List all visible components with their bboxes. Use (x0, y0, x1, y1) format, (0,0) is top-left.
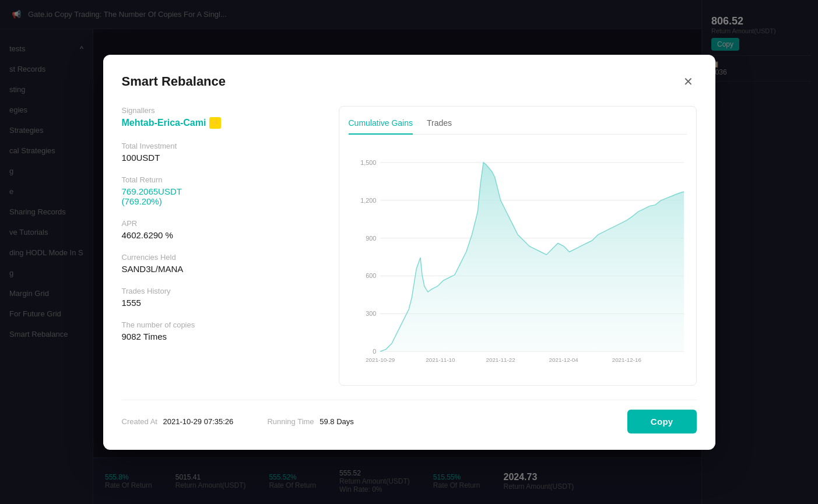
total-return-value: 769.2065USDT (769.20%) (122, 186, 320, 206)
lightning-icon: ⚡ (209, 117, 221, 129)
created-at-value: 2021-10-29 07:35:26 (163, 417, 234, 426)
svg-text:2021-10-29: 2021-10-29 (366, 356, 395, 362)
svg-text:300: 300 (366, 310, 376, 317)
chart-container: 1,500 1,200 900 600 300 0 (349, 144, 687, 377)
svg-text:1,200: 1,200 (360, 196, 376, 203)
created-at-label: Created At (122, 417, 157, 426)
apr-value: 4602.6290 % (122, 230, 320, 240)
tab-trades[interactable]: Trades (427, 118, 452, 135)
signallers-label: Signallers (122, 106, 320, 115)
total-investment-value: 100USDT (122, 153, 320, 163)
cumulative-gains-chart: 1,500 1,200 900 600 300 0 (354, 144, 687, 377)
running-time-label: Running Time (267, 417, 314, 426)
copies-value: 9082 Times (122, 332, 320, 341)
modal-close-button[interactable]: ✕ (680, 73, 697, 90)
svg-text:2021-11-22: 2021-11-22 (486, 356, 515, 362)
trades-value: 1555 (122, 298, 320, 308)
chart-tabs: Cumulative Gains Trades (349, 118, 687, 135)
tab-cumulative-gains[interactable]: Cumulative Gains (349, 118, 413, 135)
currencies-label: Currencies Held (122, 253, 320, 262)
svg-text:0: 0 (373, 348, 376, 355)
close-icon: ✕ (683, 75, 693, 89)
svg-text:2021-12-04: 2021-12-04 (549, 356, 578, 362)
modal-body: Signallers Mehtab-Erica-Cami ⚡ Total Inv… (122, 106, 697, 386)
info-panel: Signallers Mehtab-Erica-Cami ⚡ Total Inv… (122, 106, 320, 386)
copies-label: The number of copies (122, 320, 320, 329)
svg-text:2021-12-16: 2021-12-16 (612, 356, 641, 362)
trades-label: Trades History (122, 287, 320, 295)
modal-title: Smart Rebalance (122, 74, 226, 89)
running-time-value: 59.8 Days (320, 417, 354, 426)
chart-panel: Cumulative Gains Trades 1,500 1,200 900 … (339, 106, 697, 386)
apr-label: APR (122, 219, 320, 228)
svg-text:2021-11-10: 2021-11-10 (426, 356, 455, 362)
copies-row: The number of copies 9082 Times (122, 320, 320, 341)
total-investment-label: Total Investment (122, 142, 320, 150)
total-return-label: Total Return (122, 175, 320, 184)
total-return-row: Total Return 769.2065USDT (769.20%) (122, 175, 320, 206)
modal-footer: Created At 2021-10-29 07:35:26 Running T… (122, 400, 697, 433)
signallers-row: Signallers Mehtab-Erica-Cami ⚡ (122, 106, 320, 129)
signallers-value: Mehtab-Erica-Cami ⚡ (122, 117, 320, 129)
modal-header: Smart Rebalance ✕ (122, 73, 697, 90)
trades-row: Trades History 1555 (122, 287, 320, 308)
apr-row: APR 4602.6290 % (122, 219, 320, 240)
svg-text:900: 900 (366, 234, 376, 241)
total-investment-row: Total Investment 100USDT (122, 142, 320, 163)
footer-metadata: Created At 2021-10-29 07:35:26 Running T… (122, 417, 354, 426)
copy-button[interactable]: Copy (627, 410, 697, 433)
currencies-value: SAND3L/MANA (122, 264, 320, 274)
smart-rebalance-modal: Smart Rebalance ✕ Signallers Mehtab-Eric… (103, 55, 715, 450)
svg-text:600: 600 (366, 272, 376, 279)
currencies-row: Currencies Held SAND3L/MANA (122, 253, 320, 274)
svg-text:1,500: 1,500 (360, 158, 376, 165)
